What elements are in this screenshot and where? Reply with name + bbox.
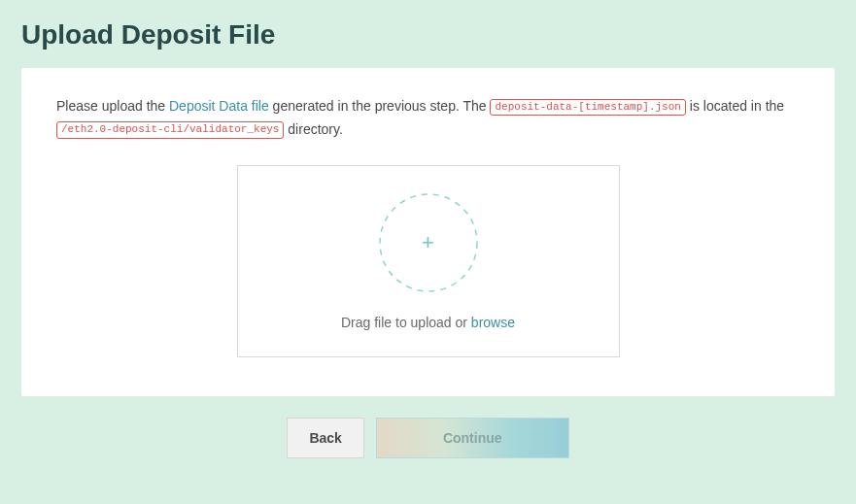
file-dropzone[interactable]: + Drag file to upload or browse: [237, 165, 620, 357]
dashed-circle-svg: [378, 192, 479, 293]
path-chip: /eth2.0-deposit-cli/validator_keys: [56, 121, 284, 138]
instruction-part2: generated in the previous step. The: [269, 98, 491, 114]
dashed-circle: +: [378, 192, 479, 293]
drop-text: Drag file to upload or browse: [341, 315, 515, 330]
instruction-part1: Please upload the: [56, 98, 169, 114]
instruction-part3: is located in the: [686, 98, 784, 114]
filename-chip: deposit-data-[timestamp].json: [490, 99, 685, 116]
back-button[interactable]: Back: [287, 418, 363, 458]
instruction-text: Please upload the Deposit Data file gene…: [56, 95, 800, 142]
instruction-part4: directory.: [284, 121, 342, 137]
continue-button[interactable]: Continue: [376, 418, 569, 458]
button-row: Back Continue: [0, 418, 856, 458]
deposit-data-file-link[interactable]: Deposit Data file: [169, 98, 269, 114]
dropzone-wrap: + Drag file to upload or browse: [56, 165, 800, 357]
page-title: Upload Deposit File: [0, 0, 856, 68]
drop-text-prefix: Drag file to upload or: [341, 315, 471, 330]
browse-link[interactable]: browse: [471, 315, 515, 330]
upload-card: Please upload the Deposit Data file gene…: [21, 68, 835, 396]
svg-point-0: [380, 194, 477, 291]
